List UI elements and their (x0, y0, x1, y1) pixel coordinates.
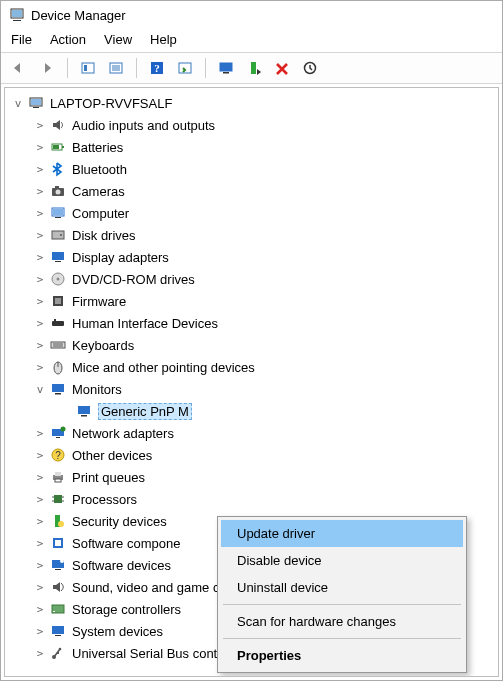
disable-device-tb-button[interactable] (242, 57, 266, 79)
tree-label: Firmware (72, 294, 126, 309)
tree-node-cat-4[interactable]: >Computer (5, 202, 498, 224)
svg-rect-30 (52, 252, 64, 260)
update-driver-tb-button[interactable] (214, 57, 238, 79)
scan-hardware-tb-button[interactable] (298, 57, 322, 79)
ctx-uninstall-device[interactable]: Uninstall device (221, 574, 463, 601)
svg-point-23 (56, 190, 61, 195)
show-hide-tree-button[interactable] (76, 57, 100, 79)
swdev-icon (49, 556, 67, 574)
svg-rect-68 (53, 611, 55, 612)
action-button[interactable] (173, 57, 197, 79)
help-button[interactable]: ? (145, 57, 169, 79)
tree-node-cat-0[interactable]: >Audio inputs and outputs (5, 114, 498, 136)
chevron-right-icon[interactable]: > (33, 448, 47, 462)
menu-file[interactable]: File (11, 32, 32, 47)
chevron-down-icon[interactable]: v (33, 382, 47, 396)
tree-node-cat-6[interactable]: >Display adapters (5, 246, 498, 268)
tree-node-cat-1[interactable]: >Batteries (5, 136, 498, 158)
svg-rect-1 (13, 20, 21, 21)
tree-node-root[interactable]: vLAPTOP-RVVFSALF (5, 92, 498, 114)
chevron-right-icon[interactable]: > (33, 184, 47, 198)
tree-node-cat-11[interactable]: >Mice and other pointing devices (5, 356, 498, 378)
root-icon (27, 94, 45, 112)
tree-node-cat-9[interactable]: >Human Interface Devices (5, 312, 498, 334)
window-title: Device Manager (31, 8, 126, 23)
chevron-right-icon[interactable]: > (33, 558, 47, 572)
tree-node-cat-8[interactable]: >Firmware (5, 290, 498, 312)
tree-node-cat-13[interactable]: >Network adapters (5, 422, 498, 444)
ctx-properties[interactable]: Properties (221, 642, 463, 669)
tree-node-cat-15[interactable]: >Print queues (5, 466, 498, 488)
swcomp-icon (49, 534, 67, 552)
chevron-right-icon[interactable]: > (33, 470, 47, 484)
chevron-right-icon[interactable]: > (33, 316, 47, 330)
tree-label: Security devices (72, 514, 167, 529)
chevron-down-icon[interactable]: v (11, 96, 25, 110)
chevron-right-icon[interactable]: > (33, 162, 47, 176)
hid-icon (49, 314, 67, 332)
back-button[interactable] (7, 57, 31, 79)
menu-view[interactable]: View (104, 32, 132, 47)
chevron-right-icon[interactable]: > (33, 492, 47, 506)
ctx-scan-hardware[interactable]: Scan for hardware changes (221, 608, 463, 635)
svg-rect-11 (179, 63, 191, 73)
chevron-right-icon[interactable]: > (33, 646, 47, 660)
tree-label: Software compone (72, 536, 180, 551)
tree-node-cat-5[interactable]: >Disk drives (5, 224, 498, 246)
separator (205, 58, 206, 78)
tree-label: Software devices (72, 558, 171, 573)
device-tree[interactable]: vLAPTOP-RVVFSALF>Audio inputs and output… (4, 87, 499, 677)
tree-node-cat-12[interactable]: vMonitors (5, 378, 498, 400)
forward-button[interactable] (35, 57, 59, 79)
properties-button[interactable] (104, 57, 128, 79)
chevron-right-icon[interactable]: > (33, 140, 47, 154)
system-icon (49, 622, 67, 640)
tree-node-cat-16[interactable]: >Processors (5, 488, 498, 510)
chevron-right-icon[interactable]: > (33, 536, 47, 550)
chevron-right-icon[interactable]: > (33, 426, 47, 440)
other-icon: ? (49, 446, 67, 464)
tree-label: DVD/CD-ROM drives (72, 272, 195, 287)
spacer (59, 404, 73, 418)
svg-rect-44 (55, 393, 61, 395)
svg-rect-13 (223, 72, 229, 74)
cdrom-icon (49, 270, 67, 288)
svg-text:?: ? (55, 450, 61, 461)
chevron-right-icon[interactable]: > (33, 250, 47, 264)
battery-icon (49, 138, 67, 156)
chevron-right-icon[interactable]: > (33, 206, 47, 220)
separator (223, 604, 461, 605)
uninstall-device-tb-button[interactable] (270, 57, 294, 79)
display-icon (49, 248, 67, 266)
bluetooth-icon (49, 160, 67, 178)
chevron-right-icon[interactable]: > (33, 624, 47, 638)
chevron-right-icon[interactable]: > (33, 294, 47, 308)
monitor-icon (49, 380, 67, 398)
tree-label: Cameras (72, 184, 125, 199)
svg-rect-31 (55, 261, 61, 262)
chevron-right-icon[interactable]: > (33, 338, 47, 352)
chevron-right-icon[interactable]: > (33, 360, 47, 374)
svg-rect-3 (82, 63, 94, 73)
ctx-disable-device[interactable]: Disable device (221, 547, 463, 574)
chevron-right-icon[interactable]: > (33, 272, 47, 286)
tree-label: Print queues (72, 470, 145, 485)
tree-node-cat-3[interactable]: >Cameras (5, 180, 498, 202)
svg-rect-27 (55, 217, 61, 218)
tree-node-cat-7[interactable]: >DVD/CD-ROM drives (5, 268, 498, 290)
tree-node-cat-14[interactable]: >?Other devices (5, 444, 498, 466)
chevron-right-icon[interactable]: > (33, 228, 47, 242)
tree-node-generic-pnp-monitor[interactable]: Generic PnP M (5, 400, 498, 422)
menu-help[interactable]: Help (150, 32, 177, 47)
tree-node-cat-2[interactable]: >Bluetooth (5, 158, 498, 180)
chevron-right-icon[interactable]: > (33, 118, 47, 132)
svg-rect-73 (57, 652, 59, 654)
chevron-right-icon[interactable]: > (33, 514, 47, 528)
chevron-right-icon[interactable]: > (33, 580, 47, 594)
ctx-update-driver[interactable]: Update driver (221, 520, 463, 547)
security-icon (49, 512, 67, 530)
tree-node-cat-10[interactable]: >Keyboards (5, 334, 498, 356)
svg-rect-18 (33, 107, 39, 108)
chevron-right-icon[interactable]: > (33, 602, 47, 616)
menu-action[interactable]: Action (50, 32, 86, 47)
